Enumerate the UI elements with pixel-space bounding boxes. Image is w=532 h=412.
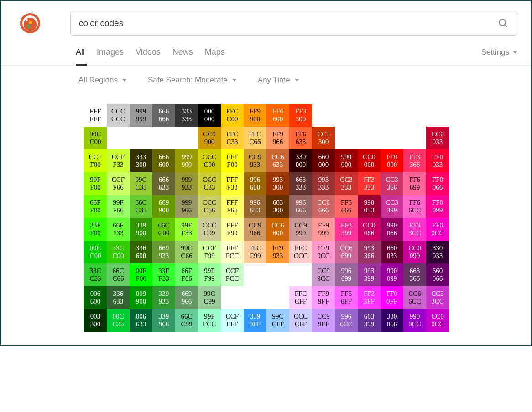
time-filter[interactable]: Any Time [258, 76, 299, 85]
color-swatch-993333[interactable]: 993333 [312, 172, 335, 195]
color-swatch-993399[interactable]: 993399 [358, 263, 381, 286]
color-swatch-ff6600[interactable]: FF6600 [266, 104, 289, 127]
color-swatch-ffcc33[interactable]: FFCC33 [221, 127, 244, 149]
color-swatch-009900[interactable]: 009900 [130, 286, 152, 309]
color-swatch-cc9966[interactable]: CC9966 [244, 218, 266, 241]
settings-menu[interactable]: Settings [481, 48, 517, 65]
color-swatch-339933[interactable]: 339933 [152, 286, 175, 309]
color-swatch-ff3333[interactable]: FF3333 [358, 172, 381, 195]
color-swatch-339900[interactable]: 339900 [130, 218, 152, 241]
color-swatch-66ff00[interactable]: 66FF00 [84, 195, 107, 218]
tab-images[interactable]: Images [97, 47, 124, 65]
duckduckgo-logo[interactable] [20, 13, 40, 33]
tab-news[interactable]: News [172, 47, 193, 65]
color-swatch-ff9933[interactable]: FF9933 [266, 241, 289, 263]
color-swatch-99cc33[interactable]: 99CC33 [130, 172, 152, 195]
color-swatch-ffcccc[interactable]: FFCCCC [289, 241, 312, 263]
color-swatch-330033[interactable]: 330033 [426, 241, 449, 263]
color-swatch-ff66cc[interactable]: FF66CC [403, 195, 426, 218]
color-swatch-663366[interactable]: 663366 [403, 263, 426, 286]
color-swatch-ccffff[interactable]: CCFFFF [221, 309, 244, 332]
color-swatch-cc3366[interactable]: CC3366 [381, 172, 403, 195]
color-swatch-cc3333[interactable]: CC3333 [335, 172, 358, 195]
color-swatch-ff33cc[interactable]: FF33CC [403, 218, 426, 241]
color-swatch-ff6633[interactable]: FF6633 [289, 127, 312, 149]
color-swatch-cccccc[interactable]: CCCCCC [107, 104, 130, 127]
color-swatch-66cc33[interactable]: 66CC33 [130, 195, 152, 218]
color-swatch-ffcc66[interactable]: FFCC66 [244, 127, 266, 149]
color-swatch-ff6666[interactable]: FF6666 [335, 195, 358, 218]
color-swatch-99ff99[interactable]: 99FF99 [198, 263, 221, 286]
color-swatch-ffffcc[interactable]: FFFFCC [221, 241, 244, 263]
color-swatch-cc0099[interactable]: CC0099 [403, 241, 426, 263]
search-icon[interactable] [498, 18, 509, 29]
color-swatch-999999[interactable]: 999999 [130, 104, 152, 127]
color-swatch-ffcc00[interactable]: FFCC00 [221, 104, 244, 127]
color-swatch-000000[interactable]: 000000 [198, 104, 221, 127]
color-swatch-cc33cc[interactable]: CC33CC [426, 286, 449, 309]
color-swatch-996600[interactable]: 996600 [244, 172, 266, 195]
color-swatch-669933[interactable]: 669933 [152, 241, 175, 263]
color-swatch-990066[interactable]: 990066 [381, 218, 403, 241]
color-swatch-999900[interactable]: 999900 [175, 149, 198, 172]
color-swatch-669900[interactable]: 669900 [152, 195, 175, 218]
color-swatch-cc0033[interactable]: CC0033 [426, 127, 449, 149]
color-swatch-996633[interactable]: 996633 [244, 195, 266, 218]
color-swatch-33cc00[interactable]: 33CC00 [107, 241, 130, 263]
color-swatch-660066[interactable]: 660066 [426, 263, 449, 286]
color-swatch-990000[interactable]: 990000 [335, 149, 358, 172]
color-swatch-cc9933[interactable]: CC9933 [244, 149, 266, 172]
color-swatch-ccccff[interactable]: CCCCFF [289, 309, 312, 332]
color-swatch-99cc66[interactable]: 99CC66 [175, 241, 198, 263]
color-swatch-663300[interactable]: 663300 [266, 195, 289, 218]
color-swatch-ff00ff[interactable]: FF00FF [381, 286, 403, 309]
color-swatch-999933[interactable]: 999933 [175, 172, 198, 195]
color-swatch-cc9999[interactable]: CC9999 [289, 218, 312, 241]
color-swatch-ffccff[interactable]: FFCCFF [289, 286, 312, 309]
color-swatch-66cc99[interactable]: 66CC99 [175, 309, 198, 332]
color-swatch-66ff33[interactable]: 66FF33 [107, 218, 130, 241]
color-swatch-cc00cc[interactable]: CC00CC [426, 309, 449, 332]
color-swatch-cc6666[interactable]: CC6666 [312, 195, 335, 218]
color-swatch-663333[interactable]: 663333 [289, 172, 312, 195]
color-swatch-999966[interactable]: 999966 [175, 195, 198, 218]
color-swatch-663399[interactable]: 663399 [358, 309, 381, 332]
color-swatch-33ff33[interactable]: 33FF33 [152, 263, 175, 286]
color-swatch-ffff33[interactable]: FFFF33 [221, 172, 244, 195]
color-swatch-cccc00[interactable]: CCCC00 [198, 149, 221, 172]
color-swatch-ff99ff[interactable]: FF99FF [312, 286, 335, 309]
color-swatch-ffff99[interactable]: FFFF99 [221, 218, 244, 241]
color-swatch-669966[interactable]: 669966 [175, 286, 198, 309]
color-swatch-66cc00[interactable]: 66CC00 [152, 218, 175, 241]
color-swatch-993300[interactable]: 993300 [266, 172, 289, 195]
color-swatch-ff3399[interactable]: FF3399 [335, 218, 358, 241]
color-swatch-ff3300[interactable]: FF3300 [289, 104, 312, 127]
color-swatch-666633[interactable]: 666633 [152, 172, 175, 195]
color-swatch-99cc00[interactable]: 99CC00 [84, 127, 107, 149]
color-swatch-003300[interactable]: 003300 [84, 309, 107, 332]
tab-videos[interactable]: Videos [136, 47, 161, 65]
color-swatch-ccff66[interactable]: CCFF66 [107, 172, 130, 195]
color-swatch-ff0000[interactable]: FF0000 [381, 149, 403, 172]
color-swatch-ff9999[interactable]: FF9999 [312, 218, 335, 241]
color-swatch-ff0066[interactable]: FF0066 [426, 172, 449, 195]
color-swatch-9900cc[interactable]: 9900CC [403, 309, 426, 332]
color-swatch-ff3366[interactable]: FF3366 [403, 149, 426, 172]
color-swatch-cc6600[interactable]: CC6600 [266, 218, 289, 241]
color-swatch-ccffcc[interactable]: CCFFCC [221, 263, 244, 286]
search-input[interactable] [79, 18, 498, 28]
color-swatch-ff9900[interactable]: FF9900 [244, 104, 266, 127]
color-swatch-cc3300[interactable]: CC3300 [312, 127, 335, 149]
color-swatch-330000[interactable]: 330000 [289, 149, 312, 172]
color-swatch-ff66ff[interactable]: FF66FF [335, 286, 358, 309]
color-swatch-66cc66[interactable]: 66CC66 [107, 263, 130, 286]
region-filter[interactable]: All Regions [78, 76, 127, 85]
color-swatch-660000[interactable]: 660000 [312, 149, 335, 172]
color-swatch-33cc33[interactable]: 33CC33 [84, 263, 107, 286]
color-swatch-333300[interactable]: 333300 [130, 149, 152, 172]
color-swatch-00cc00[interactable]: 00CC00 [84, 241, 107, 263]
tab-all[interactable]: All [76, 47, 85, 65]
color-swatch-330066[interactable]: 330066 [381, 309, 403, 332]
color-swatch-ff33ff[interactable]: FF33FF [358, 286, 381, 309]
color-swatch-336600[interactable]: 336600 [130, 241, 152, 263]
